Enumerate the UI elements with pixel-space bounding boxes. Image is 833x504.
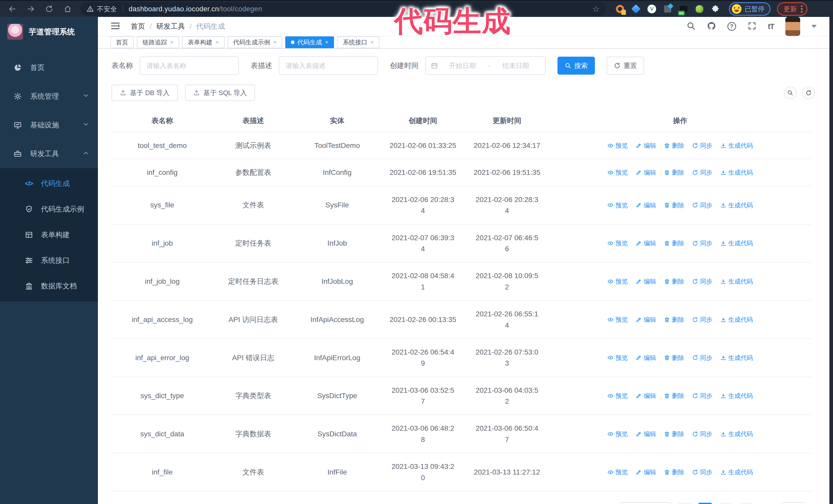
preview-link[interactable]: 预览 xyxy=(608,168,628,177)
profile-sync-chip[interactable]: 已暂停 xyxy=(729,2,770,16)
generate-code-link[interactable]: 生成代码 xyxy=(720,467,753,477)
tab-tracing[interactable]: 链路追踪 × xyxy=(137,37,179,48)
preview-link[interactable]: 预览 xyxy=(608,277,628,286)
delete-link[interactable]: 删除 xyxy=(664,353,684,362)
kebab-menu-icon[interactable] xyxy=(801,5,803,13)
next-page-button[interactable] xyxy=(739,503,753,504)
edit-link[interactable]: 编辑 xyxy=(636,168,656,177)
delete-link[interactable]: 删除 xyxy=(664,200,684,210)
extension-icon-v[interactable]: V xyxy=(647,4,657,14)
app-logo-row[interactable]: 芋道管理系统 xyxy=(0,17,98,47)
generate-code-link[interactable]: 生成代码 xyxy=(720,141,753,150)
sidebar-item-db-docs[interactable]: 数据库文档 xyxy=(0,273,98,299)
edit-link[interactable]: 编辑 xyxy=(636,353,656,362)
user-avatar[interactable] xyxy=(785,17,800,36)
reset-button[interactable]: 重置 xyxy=(607,57,644,75)
sync-link[interactable]: 同步 xyxy=(692,141,713,150)
sidebar-collapse-icon[interactable] xyxy=(110,21,120,32)
delete-link[interactable]: 删除 xyxy=(664,391,684,401)
extension-icon-https[interactable] xyxy=(615,4,625,14)
tab-form-builder[interactable]: 表单构建 × xyxy=(182,37,224,48)
sidebar-item-devtools[interactable]: 研发工具 xyxy=(0,140,98,168)
generate-code-link[interactable]: 生成代码 xyxy=(720,200,753,210)
import-sql-button[interactable]: 基于 SQL 导入 xyxy=(185,85,255,101)
close-icon[interactable]: × xyxy=(325,40,329,45)
sync-link[interactable]: 同步 xyxy=(692,168,713,177)
generate-code-link[interactable]: 生成代码 xyxy=(720,168,753,177)
edit-link[interactable]: 编辑 xyxy=(636,391,656,401)
tab-home[interactable]: 首页 xyxy=(110,37,134,48)
sync-link[interactable]: 同步 xyxy=(692,353,713,362)
delete-link[interactable]: 删除 xyxy=(664,315,684,324)
scrollbar[interactable] xyxy=(829,17,833,504)
github-icon[interactable] xyxy=(707,21,716,31)
edit-link[interactable]: 编辑 xyxy=(636,315,656,324)
table-name-input[interactable] xyxy=(140,56,239,75)
edit-link[interactable]: 编辑 xyxy=(636,200,656,210)
address-bar[interactable]: 不安全 dashboard.yudao.iocoder.cn/tool/code… xyxy=(80,2,606,16)
prev-page-button[interactable] xyxy=(678,503,691,504)
refresh-table-button[interactable] xyxy=(802,87,815,99)
generate-code-link[interactable]: 生成代码 xyxy=(720,238,753,248)
sidebar-item-home[interactable]: 首页 xyxy=(0,53,98,82)
avatar-caret-icon[interactable] xyxy=(811,25,816,28)
extension-icon-gem[interactable] xyxy=(631,4,641,14)
delete-link[interactable]: 删除 xyxy=(664,467,684,477)
delete-link[interactable]: 删除 xyxy=(664,168,684,177)
table-desc-input[interactable] xyxy=(279,56,378,75)
close-icon[interactable]: × xyxy=(273,40,277,45)
generate-code-link[interactable]: 生成代码 xyxy=(720,391,753,401)
sync-link[interactable]: 同步 xyxy=(692,315,713,324)
extension-icon-switch[interactable]: on xyxy=(679,4,688,14)
security-chip[interactable]: 不安全 xyxy=(87,5,117,14)
close-icon[interactable]: × xyxy=(216,40,219,45)
generate-code-link[interactable]: 生成代码 xyxy=(720,315,753,324)
sidebar-item-system-api[interactable]: 系统接口 xyxy=(0,248,98,273)
import-db-button[interactable]: 基于 DB 导入 xyxy=(112,85,178,101)
tab-codegen[interactable]: 代码生成 × xyxy=(285,37,334,48)
delete-link[interactable]: 删除 xyxy=(664,429,684,439)
preview-link[interactable]: 预览 xyxy=(608,353,628,362)
sync-link[interactable]: 同步 xyxy=(692,200,713,210)
tab-system-api[interactable]: 系统接口 × xyxy=(337,37,379,48)
breadcrumb-home[interactable]: 首页 xyxy=(131,22,145,31)
sidebar-item-codegen-demo[interactable]: 代码生成示例 xyxy=(0,196,98,222)
edit-link[interactable]: 编辑 xyxy=(636,238,656,248)
forward-icon[interactable] xyxy=(25,3,37,15)
preview-link[interactable]: 预览 xyxy=(608,315,628,324)
preview-link[interactable]: 预览 xyxy=(608,429,628,439)
font-size-icon[interactable]: tT xyxy=(768,22,774,31)
tab-codegen-demo[interactable]: 代码生成示例 × xyxy=(228,37,282,48)
goto-page-input[interactable] xyxy=(781,502,804,504)
delete-link[interactable]: 删除 xyxy=(664,277,684,286)
generate-code-link[interactable]: 生成代码 xyxy=(720,277,753,286)
sidebar-item-codegen[interactable]: </> 代码生成 xyxy=(0,171,98,196)
delete-link[interactable]: 删除 xyxy=(664,141,684,150)
sidebar-item-form-builder[interactable]: 表单构建 xyxy=(0,222,98,248)
url-text[interactable]: dashboard.yudao.iocoder.cn/tool/codegen xyxy=(129,5,262,13)
preview-link[interactable]: 预览 xyxy=(608,238,628,248)
sync-link[interactable]: 同步 xyxy=(692,429,713,439)
edit-link[interactable]: 编辑 xyxy=(636,141,656,150)
extension-icon-creature[interactable] xyxy=(695,4,704,14)
page-button-2[interactable]: 2 xyxy=(719,503,733,504)
edit-link[interactable]: 编辑 xyxy=(636,467,656,477)
edit-link[interactable]: 编辑 xyxy=(636,277,656,286)
sidebar-item-infra[interactable]: 基础设施 xyxy=(0,111,98,140)
page-size-select[interactable]: 10条/页 xyxy=(620,502,671,504)
sidebar-item-system[interactable]: 系统管理 xyxy=(0,82,98,111)
edit-link[interactable]: 编辑 xyxy=(636,429,656,439)
home-icon[interactable] xyxy=(62,3,73,15)
close-icon[interactable]: × xyxy=(371,40,374,45)
breadcrumb-devtools[interactable]: 研发工具 xyxy=(156,22,185,31)
sync-link[interactable]: 同步 xyxy=(692,391,713,401)
sync-link[interactable]: 同步 xyxy=(692,238,713,248)
generate-code-link[interactable]: 生成代码 xyxy=(720,353,753,362)
preview-link[interactable]: 预览 xyxy=(608,200,628,210)
help-icon[interactable]: ? xyxy=(728,22,736,31)
page-button-1[interactable]: 1 xyxy=(698,503,712,504)
toggle-search-button[interactable] xyxy=(784,87,796,99)
date-range-picker[interactable]: 开始日期 - 结束日期 xyxy=(425,56,546,75)
preview-link[interactable]: 预览 xyxy=(608,467,628,477)
extension-icon-grid[interactable] xyxy=(663,4,672,14)
